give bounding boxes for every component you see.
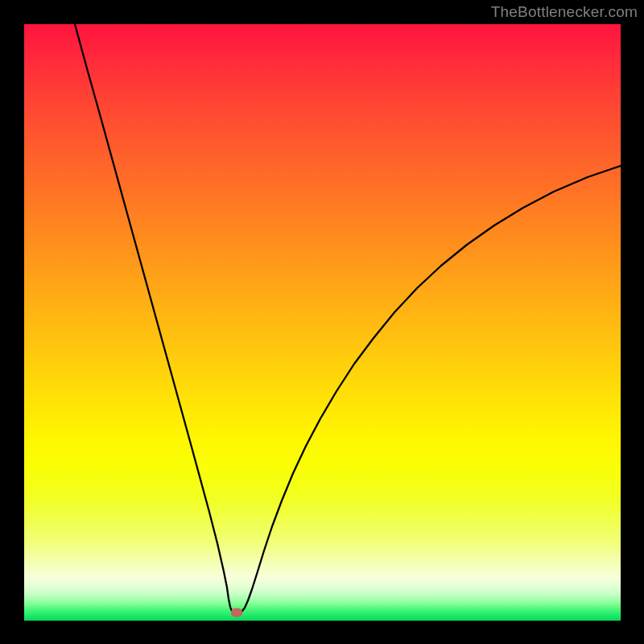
curve-layer [24, 24, 621, 621]
bottleneck-curve [75, 24, 621, 612]
chart-frame: TheBottlenecker.com [0, 0, 644, 644]
optimum-marker [231, 609, 242, 617]
watermark-text: TheBottlenecker.com [491, 3, 638, 21]
plot-area [24, 24, 621, 621]
